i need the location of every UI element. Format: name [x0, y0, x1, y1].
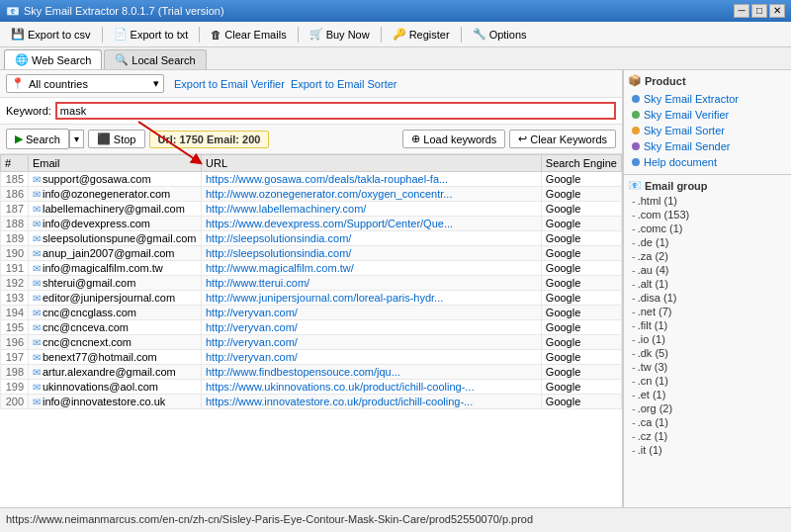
- export-verifier-link[interactable]: Export to Email Verifier: [174, 78, 285, 90]
- table-row[interactable]: 197 ✉benext77@hotmail.com http://veryvan…: [1, 350, 622, 365]
- product-item[interactable]: Sky Email Sorter: [628, 123, 787, 138]
- web-icon: 🌐: [15, 53, 29, 66]
- export-txt-icon: 📄: [114, 28, 128, 41]
- cell-url[interactable]: http://sleepsolutionsindia.com/: [202, 231, 542, 246]
- product-label: Help document: [644, 156, 717, 168]
- table-row[interactable]: 188 ✉info@devexpress.com https://www.dev…: [1, 217, 622, 231]
- cell-url[interactable]: http://veryvan.com/: [202, 306, 542, 320]
- cell-url[interactable]: http://www.junipersjournal.com/loreal-pa…: [202, 291, 542, 306]
- tab-local-search[interactable]: 🔍 Local Search: [104, 49, 206, 69]
- col-url: URL: [202, 155, 542, 172]
- table-row[interactable]: 190 ✉anup_jain2007@gmail.com http://slee…: [1, 246, 622, 261]
- table-row[interactable]: 195 ✉cnc@cnceva.com http://veryvan.com/ …: [1, 320, 622, 335]
- table-row[interactable]: 187 ✉labellemachinery@gmail.com http://w…: [1, 202, 622, 217]
- group-item[interactable]: - .html (1): [628, 194, 787, 208]
- table-row[interactable]: 194 ✉cnc@cncglass.com http://veryvan.com…: [1, 306, 622, 320]
- group-item[interactable]: - .ca (1): [628, 415, 787, 429]
- group-item[interactable]: - .comc (1): [628, 222, 787, 235]
- product-dot-icon: [632, 95, 640, 103]
- close-button[interactable]: ✕: [769, 4, 785, 18]
- cell-num: 199: [1, 380, 29, 395]
- cell-num: 198: [1, 365, 29, 380]
- cell-url[interactable]: http://sleepsolutionsindia.com/: [202, 246, 542, 261]
- cell-url[interactable]: https://www.devexpress.com/Support/Cente…: [202, 217, 542, 231]
- group-item[interactable]: - .disa (1): [628, 291, 787, 305]
- cell-num: 185: [1, 172, 29, 187]
- dash-icon: -: [632, 195, 636, 207]
- table-row[interactable]: 192 ✉shterui@gmail.com http://www.tterui…: [1, 276, 622, 291]
- cell-url[interactable]: https://www.innovatestore.co.uk/product/…: [202, 395, 542, 409]
- group-item[interactable]: - .de (1): [628, 235, 787, 249]
- group-item[interactable]: - .io (1): [628, 332, 787, 346]
- cell-url[interactable]: http://veryvan.com/: [202, 350, 542, 365]
- load-keywords-button[interactable]: ⊕ Load keywords: [402, 130, 505, 148]
- table-row[interactable]: 196 ✉cnc@cncnext.com http://veryvan.com/…: [1, 335, 622, 350]
- group-item[interactable]: - .com (153): [628, 208, 787, 222]
- group-item[interactable]: - .filt (1): [628, 318, 787, 332]
- separator: [381, 27, 382, 43]
- cell-num: 194: [1, 306, 29, 320]
- product-section-title: 📦 Product: [628, 74, 787, 87]
- clear-emails-button[interactable]: 🗑 Clear Emails: [204, 26, 293, 44]
- table-row[interactable]: 186 ✉info@ozonegenerator.com http://www.…: [1, 187, 622, 202]
- cell-url[interactable]: http://www.labellemachinery.com/: [202, 202, 542, 217]
- email-table-wrap: # Email URL Search Engine: [0, 154, 622, 507]
- group-label: .disa (1): [638, 292, 677, 304]
- cell-url[interactable]: https://www.gosawa.com/deals/takla-rouph…: [202, 172, 542, 187]
- group-item[interactable]: - .cz (1): [628, 429, 787, 443]
- register-button[interactable]: 🔑 Register: [386, 25, 457, 44]
- cell-email: ✉ukinnovations@aol.com: [29, 380, 202, 395]
- product-item[interactable]: Sky Email Extractor: [628, 91, 787, 107]
- cell-engine: Google: [541, 350, 621, 365]
- cell-num: 187: [1, 202, 29, 217]
- table-row[interactable]: 185 ✉support@gosawa.com https://www.gosa…: [1, 172, 622, 187]
- maximize-button[interactable]: □: [751, 4, 767, 18]
- options-button[interactable]: 🔧 Options: [466, 25, 534, 44]
- dash-icon: -: [632, 389, 636, 400]
- cell-url[interactable]: http://www.ozonegenerator.com/oxygen_con…: [202, 187, 542, 202]
- cell-url[interactable]: http://veryvan.com/: [202, 335, 542, 350]
- group-item[interactable]: - .alt (1): [628, 277, 787, 291]
- clear-keywords-button[interactable]: ↩ Clear Keywords: [509, 130, 616, 148]
- cell-engine: Google: [541, 320, 621, 335]
- table-row[interactable]: 198 ✉artur.alexandre@gmail.com http://ww…: [1, 365, 622, 380]
- cell-url[interactable]: https://www.ukinnovations.co.uk/product/…: [202, 380, 542, 395]
- cell-url[interactable]: http://www.tterui.com/: [202, 276, 542, 291]
- country-selector[interactable]: 📍 All countries ▾: [6, 74, 164, 93]
- group-item[interactable]: - .za (2): [628, 249, 787, 263]
- group-item[interactable]: - .org (2): [628, 401, 787, 415]
- product-item[interactable]: Help document: [628, 154, 787, 170]
- export-txt-button[interactable]: 📄 Export to txt: [107, 25, 196, 44]
- keyword-input-wrap: [55, 102, 616, 120]
- group-item[interactable]: - .et (1): [628, 388, 787, 401]
- search-dropdown-button[interactable]: ▾: [69, 130, 84, 148]
- cell-email: ✉cnc@cncnext.com: [29, 335, 202, 350]
- group-item[interactable]: - .cn (1): [628, 374, 787, 388]
- search-button[interactable]: ▶ Search: [6, 129, 69, 149]
- group-item[interactable]: - .au (4): [628, 263, 787, 277]
- minimize-button[interactable]: ─: [734, 4, 749, 18]
- export-sorter-link[interactable]: Export to Email Sorter: [291, 78, 397, 90]
- cell-url[interactable]: http://www.magicalfilm.com.tw/: [202, 261, 542, 276]
- table-row[interactable]: 200 ✉info@innovatestore.co.uk https://ww…: [1, 395, 622, 409]
- group-item[interactable]: - .net (7): [628, 305, 787, 318]
- group-item[interactable]: - .tw (3): [628, 360, 787, 374]
- tab-bar: 🌐 Web Search 🔍 Local Search: [0, 47, 791, 70]
- buy-now-button[interactable]: 🛒 Buy Now: [303, 25, 377, 44]
- table-row[interactable]: 189 ✉sleepsolutionspune@gmail.com http:/…: [1, 231, 622, 246]
- table-row[interactable]: 193 ✉editor@junipersjournal.com http://w…: [1, 291, 622, 306]
- cell-url[interactable]: http://veryvan.com/: [202, 320, 542, 335]
- group-item[interactable]: - .it (1): [628, 443, 787, 457]
- keyword-input[interactable]: [60, 105, 611, 117]
- cell-url[interactable]: http://www.findbestopensouce.com/jqu...: [202, 365, 542, 380]
- keyword-row: Keyword:: [0, 98, 622, 125]
- table-row[interactable]: 199 ✉ukinnovations@aol.com https://www.u…: [1, 380, 622, 395]
- table-row[interactable]: 191 ✉info@magicalfilm.com.tw http://www.…: [1, 261, 622, 276]
- stop-button[interactable]: ⬛ Stop: [88, 130, 145, 148]
- tab-web-search[interactable]: 🌐 Web Search: [4, 49, 102, 69]
- export-csv-button[interactable]: 💾 Export to csv: [4, 25, 98, 44]
- group-item[interactable]: - .dk (5): [628, 346, 787, 360]
- product-item[interactable]: Sky Email Sender: [628, 138, 787, 154]
- cell-engine: Google: [541, 187, 621, 202]
- product-item[interactable]: Sky Email Verifier: [628, 107, 787, 123]
